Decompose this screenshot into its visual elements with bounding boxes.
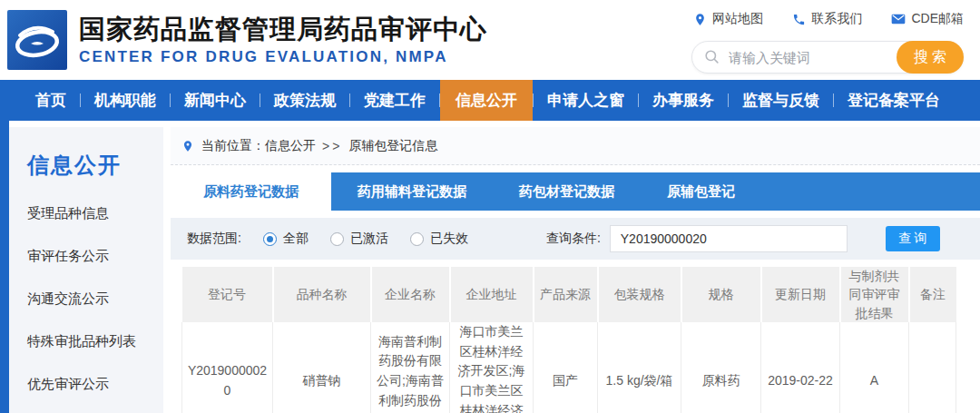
contact-label: 联系我们 <box>811 11 862 27</box>
nav-item-party-building[interactable]: 党建工作 <box>350 80 439 121</box>
radio-option-expired[interactable]: 已失效 <box>410 231 468 247</box>
tab-raw-aux-pack-registration[interactable]: 原辅包登记 <box>641 172 761 211</box>
nav-item-registration-platform[interactable]: 登记备案平台 <box>834 80 954 121</box>
nav-item-home[interactable]: 首页 <box>22 80 80 121</box>
breadcrumb-separator: >> <box>322 139 342 153</box>
radio-unselected-icon[interactable] <box>330 232 344 246</box>
cell-registration-no: Y20190000020 <box>182 322 273 413</box>
search-button[interactable]: 搜索 <box>897 41 964 74</box>
scope-label: 数据范围: <box>187 231 241 247</box>
query-condition-input[interactable] <box>610 225 848 252</box>
sitemap-link[interactable]: 网站地图 <box>693 11 763 27</box>
radio-option-all[interactable]: 全部 <box>263 231 309 247</box>
breadcrumb-section-link[interactable]: 信息公开 <box>265 138 316 154</box>
col-header-update-date: 更新日期 <box>761 267 840 322</box>
nav-item-information-disclosure[interactable]: 信息公开 <box>440 80 533 121</box>
tab-api-registration-data[interactable]: 原料药登记数据 <box>171 172 331 211</box>
radio-unselected-icon[interactable] <box>410 232 424 246</box>
col-header-company-address: 企业地址 <box>450 267 534 322</box>
query-button[interactable]: 查询 <box>886 226 940 251</box>
results-table: 登记号 品种名称 企业名称 企业地址 产品来源 包装规格 规格 更新日期 与制剂… <box>181 267 956 413</box>
breadcrumb: 当前位置： 信息公开 >> 原辅包登记信息 <box>171 127 980 165</box>
cell-company-address: 海口市美兰区桂林洋经济开发区;海口市美兰区桂林洋经济开发区 <box>450 322 534 413</box>
brand-text: 国家药品监督管理局药品审评中心 CENTER FOR DRUG EVALUATI… <box>79 14 487 66</box>
filter-bar: 数据范围: 全部 已激活 已失效 查询条件: 查询 <box>171 218 980 260</box>
sidebar-item-accepted-varieties[interactable]: 受理品种信息 <box>27 205 158 222</box>
cde-logo-icon <box>7 10 67 70</box>
search-icon <box>703 48 720 69</box>
cell-update-date: 2019-02-22 <box>761 322 840 413</box>
main-nav: 首页 机构职能 新闻中心 政策法规 党建工作 信息公开 申请人之窗 办事服务 监… <box>0 80 980 121</box>
sitemap-label: 网站地图 <box>712 11 763 27</box>
tab-excipient-registration-data[interactable]: 药用辅料登记数据 <box>331 172 493 211</box>
main-content: 当前位置： 信息公开 >> 原辅包登记信息 原料药登记数据 药用辅料登记数据 药… <box>171 127 980 413</box>
search-bar: 搜索 <box>691 41 964 74</box>
col-header-spec: 规格 <box>681 267 761 322</box>
cell-packaging-spec: 1.5 kg/袋/箱 <box>598 322 681 413</box>
sidebar: 信息公开 受理品种信息 审评任务公示 沟通交流公示 特殊审批品种列表 优先审评公… <box>9 127 163 413</box>
nav-item-news[interactable]: 新闻中心 <box>171 80 260 121</box>
site-subtitle: CENTER FOR DRUG EVALUATION, NMPA <box>79 48 487 66</box>
cell-variety-name: 硝普钠 <box>273 322 371 413</box>
cell-product-origin: 国产 <box>534 322 598 413</box>
sidebar-item-communication[interactable]: 沟通交流公示 <box>27 290 158 308</box>
nav-item-policies[interactable]: 政策法规 <box>260 80 349 121</box>
sidebar-title: 信息公开 <box>27 151 158 180</box>
table-header-row: 登记号 品种名称 企业名称 企业地址 产品来源 包装规格 规格 更新日期 与制剂… <box>182 267 956 322</box>
col-header-company-name: 企业名称 <box>371 267 450 322</box>
tab-bar: 原料药登记数据 药用辅料登记数据 药包材登记数据 原辅包登记 <box>171 172 980 211</box>
location-pin-icon <box>693 13 707 26</box>
radio-option-activated[interactable]: 已激活 <box>330 231 388 247</box>
cell-spec: 原料药 <box>681 322 761 413</box>
col-header-registration-no: 登记号 <box>182 267 273 322</box>
site-header: 国家药品监督管理局药品审评中心 CENTER FOR DRUG EVALUATI… <box>0 0 980 80</box>
nav-item-applicant-window[interactable]: 申请人之窗 <box>534 80 638 121</box>
header-right: 网站地图 联系我们 CDE邮箱 <box>691 11 965 74</box>
quick-links: 网站地图 联系我们 CDE邮箱 <box>691 11 965 27</box>
mailbox-link[interactable]: CDE邮箱 <box>891 11 964 27</box>
sidebar-item-special-approval-list[interactable]: 特殊审批品种列表 <box>27 333 158 350</box>
mailbox-label: CDE邮箱 <box>911 11 964 27</box>
nav-item-services[interactable]: 办事服务 <box>639 80 728 121</box>
nav-item-supervision-feedback[interactable]: 监督与反馈 <box>729 80 833 121</box>
sidebar-item-review-tasks[interactable]: 审评任务公示 <box>27 248 158 265</box>
results-table-wrap: 登记号 品种名称 企业名称 企业地址 产品来源 包装规格 规格 更新日期 与制剂… <box>181 267 968 413</box>
body: 信息公开 受理品种信息 审评任务公示 沟通交流公示 特殊审批品种列表 优先审评公… <box>0 121 980 413</box>
col-header-product-origin: 产品来源 <box>534 267 598 322</box>
query-condition-label: 查询条件: <box>546 231 601 247</box>
breadcrumb-prefix: 当前位置： <box>201 138 265 154</box>
radio-selected-icon[interactable] <box>263 232 277 246</box>
page: 国家药品监督管理局药品审评中心 CENTER FOR DRUG EVALUATI… <box>0 0 980 413</box>
cell-remarks <box>909 322 956 413</box>
cell-company-name: 海南普利制药股份有限公司;海南普利制药股份有限公司 <box>371 322 450 413</box>
site-title: 国家药品监督管理局药品审评中心 <box>79 14 487 45</box>
sidebar-item-priority-review[interactable]: 优先审评公示 <box>27 376 158 393</box>
col-header-variety-name: 品种名称 <box>273 267 371 322</box>
col-header-joint-review-result: 与制剂共同审评审批结果 <box>840 267 909 322</box>
radio-all-label: 全部 <box>283 231 309 247</box>
nav-item-functions[interactable]: 机构职能 <box>81 80 170 121</box>
left-accent-strip <box>0 121 9 413</box>
radio-activated-label: 已激活 <box>350 231 388 247</box>
breadcrumb-pin-icon <box>181 139 194 153</box>
col-header-packaging-spec: 包装规格 <box>598 267 681 322</box>
tab-packaging-registration-data[interactable]: 药包材登记数据 <box>493 172 641 211</box>
contact-link[interactable]: 联系我们 <box>792 11 862 27</box>
brand[interactable]: 国家药品监督管理局药品审评中心 CENTER FOR DRUG EVALUATI… <box>7 10 487 70</box>
envelope-icon <box>891 13 906 25</box>
col-header-remarks: 备注 <box>909 267 956 322</box>
radio-expired-label: 已失效 <box>430 231 468 247</box>
breadcrumb-current: 原辅包登记信息 <box>348 138 437 154</box>
phone-icon <box>792 13 806 26</box>
table-row: Y20190000020 硝普钠 海南普利制药股份有限公司;海南普利制药股份有限… <box>182 322 956 413</box>
cell-joint-review-result: A <box>840 322 909 413</box>
